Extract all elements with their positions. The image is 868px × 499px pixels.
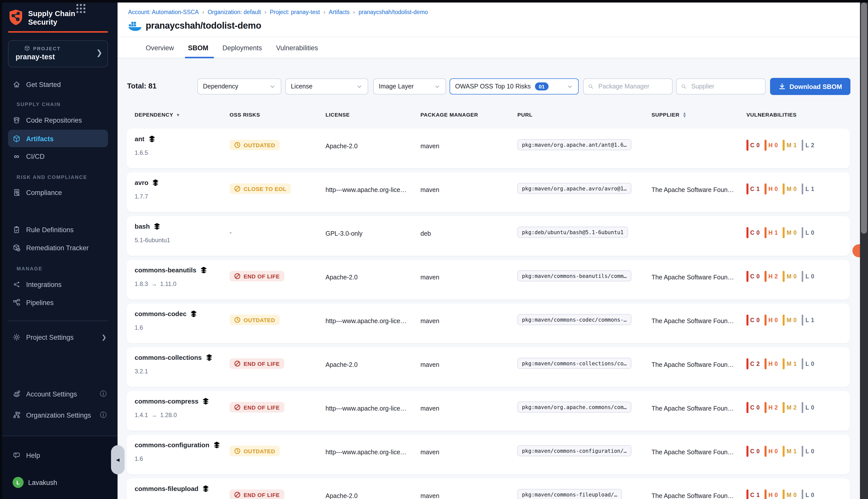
col-header-supplier[interactable]: SUPPLIER▲▼	[652, 112, 687, 118]
breadcrumb-link[interactable]: Artifacts	[329, 9, 350, 15]
clock-icon	[234, 142, 240, 148]
sidebar-item-integrations[interactable]: Integrations	[0, 277, 117, 292]
project-switcher[interactable]: PROJECT pranay-test ❯	[8, 40, 108, 67]
purl-value[interactable]: pkg:maven/commons-configuration/…	[517, 445, 631, 456]
sidebar-item-compliance[interactable]: Compliance	[0, 185, 117, 200]
breadcrumb: Account: Automation-SSCA› Organization: …	[128, 9, 428, 15]
active-tab-underline	[185, 57, 214, 58]
breadcrumb-separator: ›	[264, 9, 266, 15]
window-edge-top	[0, 0, 868, 2]
table-row[interactable]: bash 5.1-6ubuntu1 - GPL-3.0-only deb pkg…	[127, 216, 850, 256]
low-count: L0	[802, 489, 814, 499]
download-sbom-button[interactable]: Download SBOM	[770, 78, 851, 95]
sidebar-divider	[8, 320, 108, 321]
gear-icon	[13, 333, 21, 341]
breadcrumb-link[interactable]: Project: pranay-test	[270, 9, 320, 15]
filter-dependency[interactable]: Dependency	[197, 78, 281, 95]
package-manager-input[interactable]	[597, 82, 668, 90]
high-count: H2	[765, 402, 778, 413]
infinity-icon: ∞	[13, 154, 21, 159]
breadcrumb-link[interactable]: pranaycshah/todolist-demo	[358, 9, 428, 15]
sidebar-item-code-repositories[interactable]: Code Repositories	[0, 112, 117, 127]
table-row[interactable]: avro 1.7.7 CLOSE TO EOL http---www.apach…	[127, 172, 850, 212]
chevron-right-icon: ❯	[96, 48, 102, 57]
layers-icon	[202, 398, 210, 405]
dependency-name: bash	[135, 223, 161, 230]
dependency-name: commons-fileupload	[135, 485, 210, 492]
col-header-dependency[interactable]: DEPENDENCY▼	[135, 112, 181, 118]
supplier-value: The Apache Software Foun…	[652, 361, 734, 368]
vulnerability-counts: C0 H1 M0 L0	[746, 227, 814, 238]
table-row[interactable]: ant 1.6.5 OUTDATED Apache-2.0 maven pkg:…	[127, 129, 850, 168]
purl-value[interactable]: pkg:maven/commons-codec/commons-…	[517, 314, 631, 325]
high-count: H0	[765, 140, 778, 151]
table-row[interactable]: commons-fileupload END OF LIFE Apache-2.…	[127, 478, 850, 499]
dependency-version: 1.7.7	[135, 193, 148, 200]
code-repo-icon	[13, 116, 21, 124]
layers-icon	[213, 441, 221, 449]
license-value: Apache-2.0	[325, 274, 358, 281]
breadcrumb-link[interactable]: Organization: default	[208, 9, 261, 15]
tab-sbom[interactable]: SBOM	[187, 44, 210, 51]
sidebar-item-artifacts[interactable]: Artifacts	[0, 131, 117, 146]
filter-image-layer[interactable]: Image Layer	[373, 78, 446, 95]
user-name: Lavakush	[28, 479, 57, 486]
sidebar-collapse-handle[interactable]: ◀	[111, 445, 125, 474]
medium-count: M0	[783, 315, 797, 326]
sidebar-item-project-settings[interactable]: Project Settings ❯	[0, 330, 117, 345]
package-manager-value: maven	[420, 274, 439, 281]
layers-icon	[148, 135, 156, 143]
purl-value[interactable]: pkg:maven/org.apache.commons/com…	[517, 402, 631, 413]
layers-gear-icon	[13, 390, 21, 398]
cube-wrench-icon	[13, 244, 21, 252]
sidebar-item-remediation-tracker[interactable]: Remediation Tracker	[0, 240, 117, 255]
table-row[interactable]: commons-configuration 1.6 OUTDATED http-…	[127, 435, 850, 474]
table-row[interactable]: commons-codec 1.6 OUTDATED http---www.ap…	[127, 304, 850, 343]
chevron-down-icon	[567, 83, 573, 90]
sidebar-item-help[interactable]: Help	[0, 448, 117, 463]
purl-value[interactable]: pkg:maven/commons-fileupload/…	[517, 489, 622, 499]
layers-icon	[152, 179, 160, 186]
clock-icon	[234, 448, 240, 454]
dependency-version: 1.6	[135, 324, 143, 331]
purl-value[interactable]: pkg:maven/org.apache.avro/avro@1…	[517, 183, 631, 194]
module-switcher-icon[interactable]	[76, 4, 85, 13]
filter-owasp-risks[interactable]: OWASP OSS Top 10 Risks 01	[449, 78, 579, 95]
filter-license[interactable]: License	[285, 78, 368, 95]
license-value: Apache-2.0	[325, 492, 358, 499]
table-row[interactable]: commons-beanutils 1.8.3 → 1.11.0 END OF …	[127, 260, 850, 300]
info-icon[interactable]: ⓘ	[100, 411, 107, 419]
license-value: http---www.apache.org-lice…	[325, 186, 406, 194]
supplier-input[interactable]	[690, 82, 760, 90]
dependency-name: commons-codec	[135, 310, 198, 318]
info-icon[interactable]: ⓘ	[100, 389, 107, 399]
chevron-right-icon: ❯	[101, 334, 107, 341]
tab-vulnerabilities[interactable]: Vulnerabilities	[275, 44, 319, 51]
tab-deployments[interactable]: Deployments	[222, 44, 263, 51]
purl-value[interactable]: pkg:maven/commons-collections/co…	[517, 358, 631, 369]
purl-value[interactable]: pkg:deb/ubuntu/bash@5.1-6ubuntu1	[517, 227, 628, 238]
purl-value[interactable]: pkg:maven/commons-beanutils/comm…	[517, 270, 631, 281]
sidebar-item-rule-definitions[interactable]: Rule Definitions	[0, 222, 117, 237]
app-window: Supply ChainSecurity PROJECT pranay-test…	[0, 0, 868, 499]
table-row[interactable]: commons-collections 3.2.1 END OF LIFE Ap…	[127, 347, 850, 387]
sidebar-item-get-started[interactable]: Get Started	[0, 77, 117, 92]
sidebar-item-organization-settings[interactable]: Organization Settings ⓘ	[0, 407, 117, 423]
vulnerability-counts: C0 H0 M1 L0	[746, 446, 814, 457]
scrollbar-thumb[interactable]	[861, 2, 867, 234]
user-menu[interactable]: L Lavakush	[0, 475, 117, 490]
breadcrumb-link[interactable]: Account: Automation-SSCA	[128, 9, 199, 15]
dependency-name: ant	[135, 135, 156, 143]
table-row[interactable]: commons-compress 1.4.1 → 1.28.0 END OF L…	[127, 391, 850, 431]
scrollbar-track[interactable]	[860, 0, 868, 499]
ban-icon	[234, 185, 240, 192]
docker-whale-icon	[128, 21, 142, 31]
sidebar-item-pipelines[interactable]: Pipelines	[0, 295, 117, 310]
low-count: L0	[802, 358, 814, 369]
sidebar-item-cicd[interactable]: ∞ CI/CD	[0, 149, 117, 164]
tab-overview[interactable]: Overview	[145, 44, 175, 51]
sidebar-item-account-settings[interactable]: Account Settings ⓘ	[0, 387, 117, 402]
purl-value[interactable]: pkg:maven/org.apache.ant/ant@1.6…	[517, 139, 631, 150]
project-name: pranay-test	[15, 53, 55, 61]
oss-risk-badge: END OF LIFE	[230, 358, 284, 369]
